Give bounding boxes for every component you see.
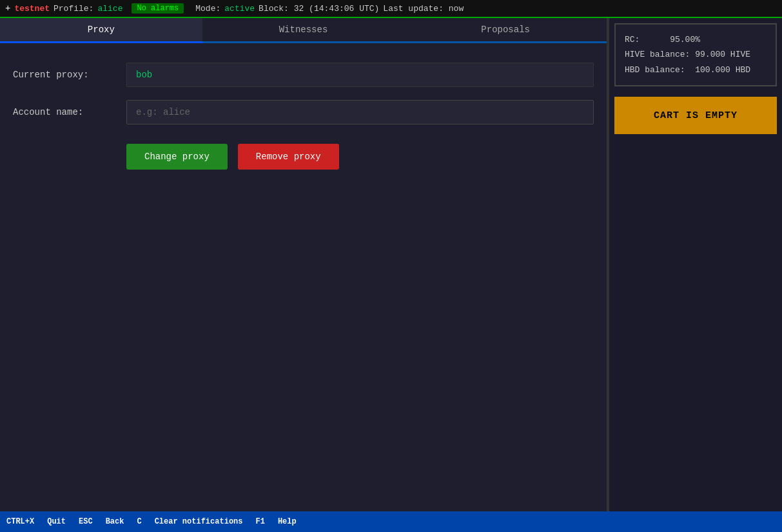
cart-label: CART IS EMPTY xyxy=(654,110,738,121)
block-info: Block: 32 (14:43:06 UTC) xyxy=(259,4,379,14)
tab-proposals[interactable]: Proposals xyxy=(404,18,607,41)
account-name-label: Account name: xyxy=(13,107,116,117)
bottom-bar: CTRL+X Quit ESC Back C Clear notificatio… xyxy=(0,511,782,532)
account-name-row: Account name: xyxy=(13,100,594,124)
bottom-back[interactable]: Back xyxy=(106,517,124,526)
current-proxy-row: Current proxy: bob xyxy=(13,63,594,87)
plus-icon: + xyxy=(5,3,10,14)
remove-proxy-button[interactable]: Remove proxy xyxy=(238,144,339,170)
main-layout: Proxy Witnesses Proposals Current proxy:… xyxy=(0,18,782,511)
hive-value: 99.000 HIVE xyxy=(695,50,750,59)
mode-value: active xyxy=(224,4,255,14)
tab-witnesses[interactable]: Witnesses xyxy=(202,18,405,41)
current-proxy-value: bob xyxy=(126,63,594,87)
bottom-ctrl-x[interactable]: CTRL+X xyxy=(6,517,34,526)
bottom-clear-notifications[interactable]: Clear notifications xyxy=(155,517,243,526)
cart-box[interactable]: CART IS EMPTY xyxy=(614,97,777,134)
tab-proxy[interactable]: Proxy xyxy=(0,18,202,43)
bottom-f1[interactable]: F1 xyxy=(255,517,264,526)
bottom-help[interactable]: Help xyxy=(278,517,297,526)
profile-label: Profile: xyxy=(54,4,93,14)
last-update: Last update: now xyxy=(383,4,464,14)
action-buttons: Change proxy Remove proxy xyxy=(13,144,594,170)
account-name-input[interactable] xyxy=(126,100,594,124)
testnet-label: testnet xyxy=(14,4,50,14)
proxy-content: Current proxy: bob Account name: Change … xyxy=(0,43,607,511)
right-panel: RC: 95.00% HIVE balance: 99.000 HIVE HBD… xyxy=(608,18,782,511)
left-panel: Proxy Witnesses Proposals Current proxy:… xyxy=(0,18,608,511)
rc-stat: RC: 95.00% xyxy=(625,32,767,47)
stats-box: RC: 95.00% HIVE balance: 99.000 HIVE HBD… xyxy=(614,23,777,86)
tab-bar: Proxy Witnesses Proposals xyxy=(0,18,607,43)
rc-label: RC: xyxy=(625,35,640,44)
hbd-stat: HBD balance: 100.000 HBD xyxy=(625,63,767,77)
hive-stat: HIVE balance: 99.000 HIVE xyxy=(625,47,767,62)
top-status-bar: + testnet Profile: alice No alarms Mode:… xyxy=(0,0,782,18)
alarms-badge: No alarms xyxy=(132,3,184,14)
hbd-value: 100.000 HBD xyxy=(695,65,750,75)
mode-label: Mode: xyxy=(195,4,220,14)
bottom-quit[interactable]: Quit xyxy=(47,517,66,526)
rc-value: 95.00% xyxy=(670,35,700,44)
hbd-label: HBD balance: xyxy=(625,65,685,75)
profile-name: alice xyxy=(97,4,122,14)
change-proxy-button[interactable]: Change proxy xyxy=(126,144,228,170)
hive-label: HIVE balance: xyxy=(625,50,690,59)
current-proxy-label: Current proxy: xyxy=(13,70,116,80)
bottom-c[interactable]: C xyxy=(137,517,141,526)
bottom-esc[interactable]: ESC xyxy=(79,517,93,526)
